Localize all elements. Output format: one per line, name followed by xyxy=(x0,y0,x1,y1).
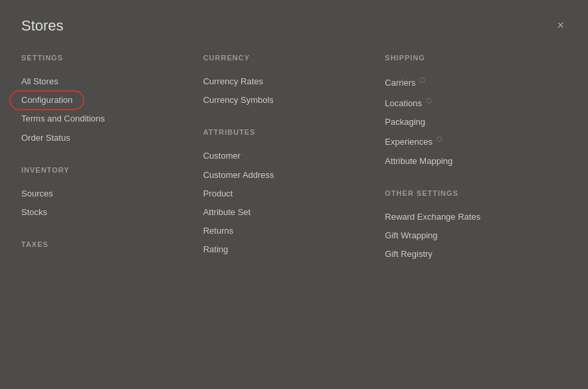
rating-link[interactable]: Rating xyxy=(203,240,372,259)
packaging-link[interactable]: Packaging xyxy=(385,113,553,131)
attribute-set-link[interactable]: Attribute Set xyxy=(203,203,372,222)
inventory-heading: Inventory xyxy=(21,166,190,174)
column-1: Settings All Stores Configuration Terms … xyxy=(21,54,203,264)
modal-title: Stores xyxy=(21,17,64,35)
modal-header: Stores × xyxy=(21,16,567,35)
locations-link[interactable]: Locations ⬡ xyxy=(385,93,553,114)
close-button[interactable]: × xyxy=(554,16,567,35)
carriers-external-icon: ⬡ xyxy=(419,76,425,84)
currency-rates-link[interactable]: Currency Rates xyxy=(203,72,372,91)
column-3: Shipping Carriers ⬡ Locations ⬡ Packagin… xyxy=(385,54,567,264)
attribute-mapping-link[interactable]: Attribute Mapping xyxy=(385,152,553,171)
currency-symbols-link[interactable]: Currency Symbols xyxy=(203,91,372,110)
returns-link[interactable]: Returns xyxy=(203,222,372,240)
reward-exchange-rates-link[interactable]: Reward Exchange Rates xyxy=(385,208,553,226)
other-settings-heading: Other Settings xyxy=(385,189,553,197)
other-settings-section: Other Settings Reward Exchange Rates Gif… xyxy=(385,189,553,264)
taxes-heading: Taxes xyxy=(21,240,190,248)
modal-columns: Settings All Stores Configuration Terms … xyxy=(21,54,567,264)
currency-heading: Currency xyxy=(203,54,372,62)
experiences-external-icon: ⬡ xyxy=(437,135,442,143)
gift-wrapping-link[interactable]: Gift Wrapping xyxy=(385,226,553,245)
order-status-link[interactable]: Order Status xyxy=(21,129,190,147)
taxes-section: Taxes xyxy=(21,240,190,248)
inventory-section: Inventory Sources Stocks xyxy=(21,166,190,222)
shipping-heading: Shipping xyxy=(385,54,553,62)
settings-heading: Settings xyxy=(21,54,190,62)
product-attr-link[interactable]: Product xyxy=(203,185,372,203)
gift-registry-link[interactable]: Gift Registry xyxy=(385,245,553,264)
experiences-link[interactable]: Experiences ⬡ xyxy=(385,131,553,152)
customer-address-link[interactable]: Customer Address xyxy=(203,166,372,185)
configuration-link[interactable]: Configuration xyxy=(21,91,190,110)
attributes-section: Attributes Customer Customer Address Pro… xyxy=(203,128,372,259)
attributes-heading: Attributes xyxy=(203,128,372,136)
customer-attr-link[interactable]: Customer xyxy=(203,147,372,165)
configuration-highlight: Configuration xyxy=(21,94,72,106)
sources-link[interactable]: Sources xyxy=(21,185,190,203)
carriers-link[interactable]: Carriers ⬡ xyxy=(385,72,553,93)
stores-modal: Stores × Settings All Stores Configurati… xyxy=(0,0,588,389)
stocks-link[interactable]: Stocks xyxy=(21,203,190,222)
locations-external-icon: ⬡ xyxy=(426,97,432,104)
terms-conditions-link[interactable]: Terms and Conditions xyxy=(21,110,190,128)
column-2: Currency Currency Rates Currency Symbols… xyxy=(203,54,385,264)
all-stores-link[interactable]: All Stores xyxy=(21,72,190,91)
